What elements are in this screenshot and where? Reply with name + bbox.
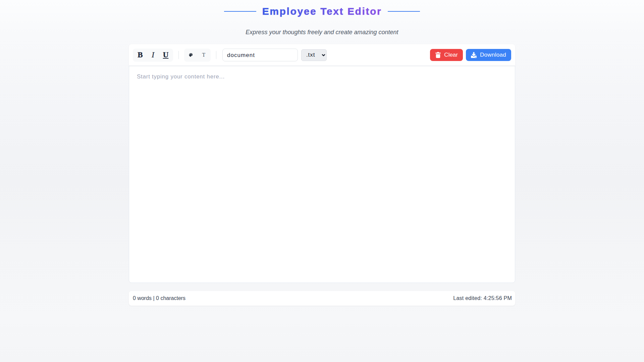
svg-text:Employee Text Editor: Employee Text Editor [262, 6, 382, 17]
